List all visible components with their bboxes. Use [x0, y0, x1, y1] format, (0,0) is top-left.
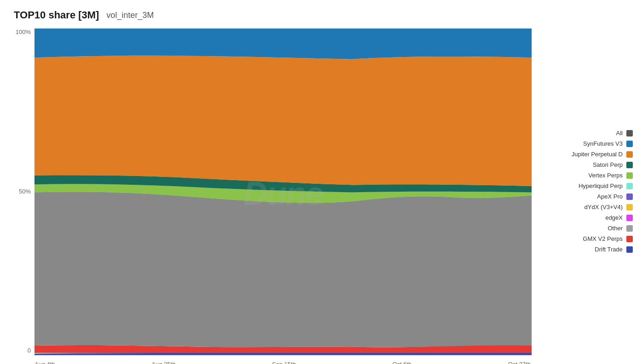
- legend-label-all: All: [616, 130, 623, 136]
- chart-svg-area: Dune: [34, 28, 532, 364]
- legend-color-synfutures: [626, 141, 633, 147]
- legend-label-edgex: edgeX: [605, 214, 623, 221]
- legend-color-vertex: [626, 172, 633, 179]
- legend-label-drift: Drift Trade: [595, 246, 623, 253]
- legend-item-gmx: GMX V2 Perps: [541, 235, 633, 242]
- legend-color-other: [626, 225, 633, 232]
- legend-label-gmx: GMX V2 Perps: [583, 235, 623, 242]
- chart-body: 100% 50% 0 Dune: [9, 28, 633, 364]
- legend-label-hyperliquid: Hyperliquid Perp: [579, 182, 623, 189]
- x-label-aug4: Aug 4th: [34, 361, 55, 364]
- legend: All SynFutures V3 Jupiter Perpetual D Sa…: [532, 28, 633, 364]
- legend-item-all: All: [541, 130, 633, 136]
- y-label-0: 0: [28, 347, 31, 354]
- legend-item-edgex: edgeX: [541, 214, 633, 221]
- legend-color-jupiter: [626, 151, 633, 158]
- legend-label-apex: ApeX Pro: [597, 193, 623, 200]
- legend-label-synfutures: SynFutures V3: [583, 140, 623, 147]
- legend-label-other: Other: [608, 225, 623, 232]
- legend-item-synfutures: SynFutures V3: [541, 140, 633, 147]
- y-axis: 100% 50% 0: [9, 28, 34, 364]
- legend-item-other: Other: [541, 225, 633, 232]
- y-label-50: 50%: [19, 188, 31, 195]
- legend-color-all: [626, 130, 633, 136]
- legend-item-vertex: Vertex Perps: [541, 172, 633, 179]
- legend-item-drift: Drift Trade: [541, 246, 633, 253]
- area-chart: [34, 28, 532, 356]
- legend-color-satori: [626, 162, 633, 168]
- legend-color-hyperliquid: [626, 183, 633, 189]
- x-label-aug25: Aug 25th: [152, 361, 176, 364]
- y-label-100: 100%: [16, 28, 31, 35]
- x-label-oct27: Oct 27th: [508, 361, 531, 364]
- chart-container: TOP10 share [3M] vol_inter_3M 100% 50% 0…: [0, 0, 642, 364]
- chart-title-main: TOP10 share [3M]: [14, 9, 99, 21]
- legend-item-jupiter: Jupiter Perpetual D: [541, 151, 633, 158]
- legend-color-dydx: [626, 204, 633, 210]
- x-label-oct6: Oct 6th: [392, 361, 412, 364]
- chart-title-sub: vol_inter_3M: [106, 11, 154, 20]
- legend-label-vertex: Vertex Perps: [589, 172, 623, 179]
- legend-item-apex: ApeX Pro: [541, 193, 633, 200]
- legend-color-gmx: [626, 236, 633, 242]
- x-axis: Aug 4th Aug 25th Sep 15th Oct 6th Oct 27…: [34, 358, 532, 364]
- legend-label-dydx: dYdX (V3+V4): [585, 204, 623, 210]
- legend-label-satori: Satori Perp: [593, 161, 623, 168]
- chart-area: 100% 50% 0 Dune: [9, 28, 532, 364]
- legend-color-edgex: [626, 215, 633, 221]
- legend-item-dydx: dYdX (V3+V4): [541, 204, 633, 210]
- legend-label-jupiter: Jupiter Perpetual D: [572, 151, 623, 158]
- legend-item-satori: Satori Perp: [541, 161, 633, 168]
- legend-item-hyperliquid: Hyperliquid Perp: [541, 182, 633, 189]
- legend-color-drift: [626, 246, 633, 253]
- chart-title: TOP10 share [3M] vol_inter_3M: [9, 9, 633, 21]
- legend-color-apex: [626, 193, 633, 200]
- x-label-sep15: Sep 15th: [272, 361, 296, 364]
